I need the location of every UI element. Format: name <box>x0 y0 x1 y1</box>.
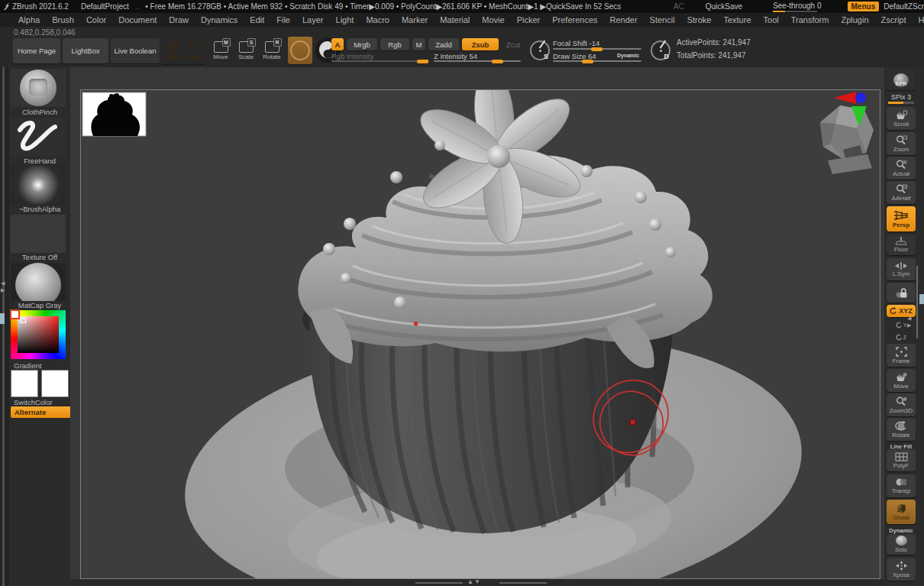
gradient-label[interactable]: Gradient <box>9 361 75 370</box>
spix-slider[interactable] <box>888 102 914 104</box>
draw-button[interactable]: Draw <box>185 37 205 64</box>
lightbox-button[interactable]: LightBox <box>63 38 108 63</box>
ghost-button[interactable]: Ghost <box>887 500 916 524</box>
zoom3d-button[interactable]: Zoom3D <box>887 393 916 416</box>
axis-x-arrow[interactable] <box>834 92 856 104</box>
dynamic-mode-label[interactable]: Dynamic <box>617 53 639 58</box>
zadd-button[interactable]: Zadd <box>428 38 459 50</box>
menu-macro[interactable]: Macro <box>360 15 396 24</box>
menu-material[interactable]: Material <box>434 15 476 24</box>
menu-color[interactable]: Color <box>80 15 112 24</box>
secondary-color-swatch[interactable] <box>41 370 69 397</box>
brush-preview-button[interactable] <box>288 37 312 64</box>
actual-button[interactable]: Actual <box>887 157 916 180</box>
z-intensity-slider[interactable] <box>434 60 521 62</box>
transparency-icon <box>895 478 907 487</box>
menu-render[interactable]: Render <box>604 15 644 24</box>
rgb-intensity-slider[interactable] <box>331 60 429 62</box>
menu-texture[interactable]: Texture <box>717 15 757 24</box>
local-lock-button[interactable] <box>887 283 916 303</box>
frame-button[interactable]: Frame <box>887 344 916 367</box>
rotate-camera-button[interactable]: Rotate <box>887 418 916 441</box>
rotate-z-button[interactable]: Z <box>887 332 916 342</box>
focal-shift-slider[interactable] <box>553 48 641 50</box>
draw-size-slider[interactable] <box>553 60 641 62</box>
home-page-button[interactable]: Home Page <box>13 38 60 63</box>
canvas-area[interactable]: ▲▼ <box>70 67 884 586</box>
right-tray-grab-handle[interactable] <box>919 294 924 304</box>
current-matcap-button[interactable] <box>11 263 66 301</box>
bottom-tray-arrows[interactable]: ▲▼ <box>467 578 481 585</box>
move-camera-button[interactable]: Move <box>887 369 916 392</box>
quicksave-button[interactable]: QuickSave <box>706 2 742 11</box>
dynamic-subdiv-toggle[interactable]: D <box>651 40 670 60</box>
menu-layer[interactable]: Layer <box>296 15 330 24</box>
current-color-swatch[interactable] <box>10 309 20 319</box>
menu-alpha[interactable]: Alpha <box>12 15 46 24</box>
main-color-swatch[interactable] <box>11 370 38 397</box>
menus-button[interactable]: Menus <box>848 2 880 11</box>
edit-button[interactable]: Edit <box>162 37 183 64</box>
menu-stencil[interactable]: Stencil <box>644 15 681 24</box>
current-stroke-button[interactable] <box>11 118 66 156</box>
live-boolean-button[interactable]: Live Boolean <box>111 38 160 63</box>
anchor-a-button[interactable]: A <box>331 38 344 50</box>
menu-transform[interactable]: Transform <box>785 15 835 24</box>
menu-zscript[interactable]: Zscript <box>875 15 913 24</box>
persp-button[interactable]: Persp <box>887 206 916 231</box>
menu-draw[interactable]: Draw <box>163 15 195 24</box>
polyframe-button[interactable]: PolyF <box>887 449 916 471</box>
alternate-button[interactable]: Alternate <box>11 406 73 418</box>
default-zscript-button[interactable]: DefaultZScr <box>884 2 924 11</box>
menu-dynamics[interactable]: Dynamics <box>195 15 244 24</box>
menu-light[interactable]: Light <box>330 15 360 24</box>
menu-help[interactable]: Help <box>913 15 924 24</box>
alpha-name-label: ~BrushAlpha <box>9 205 70 213</box>
zcut-button[interactable]: Zcut <box>502 38 525 50</box>
menu-brush[interactable]: Brush <box>46 15 80 24</box>
m-button[interactable]: M <box>412 38 425 50</box>
current-texture-button[interactable] <box>11 215 66 253</box>
aahalf-button[interactable]: AAHalf <box>887 181 916 204</box>
menu-edit[interactable]: Edit <box>244 15 270 24</box>
xpose-button[interactable]: Xpose <box>887 558 916 581</box>
current-brush-button[interactable] <box>11 69 66 107</box>
bpr-render-button[interactable]: BPR <box>887 69 916 90</box>
menu-marker[interactable]: Marker <box>396 15 434 24</box>
left-tray-divider[interactable]: ◀▶ <box>0 67 9 586</box>
rotate-button[interactable]: R Rotate <box>260 37 284 64</box>
menu-document[interactable]: Document <box>112 15 163 24</box>
mrgb-button[interactable]: Mrgb <box>347 38 377 50</box>
zoom-button[interactable]: Zoom <box>887 132 916 155</box>
menu-zplugin[interactable]: Zplugin <box>835 15 874 24</box>
scroll-button[interactable]: Scroll <box>887 107 916 130</box>
camera-preview-model <box>820 105 874 174</box>
left-tray-arrows[interactable]: ◀▶ <box>1 280 5 293</box>
menu-tool[interactable]: Tool <box>758 15 785 24</box>
menu-movie[interactable]: Movie <box>476 15 510 24</box>
memory-stats: • Free Mem 16.278GB • Active Mem 932 • S… <box>145 2 621 11</box>
menu-stroke[interactable]: Stroke <box>681 15 718 24</box>
zsub-button[interactable]: Zsub <box>462 38 499 50</box>
axis-z-dot[interactable] <box>855 92 866 103</box>
switch-color-label[interactable]: SwitchColor <box>9 398 75 406</box>
see-through-slider[interactable]: See-through 0 <box>773 2 821 12</box>
color-picker[interactable] <box>11 310 66 359</box>
current-alpha-button[interactable] <box>11 166 66 204</box>
rgb-button[interactable]: Rgb <box>380 38 409 50</box>
menu-file[interactable]: File <box>270 15 296 24</box>
transparency-button[interactable]: Transp <box>887 474 916 497</box>
move-button[interactable]: M Move <box>209 37 232 64</box>
document-thumbnail[interactable] <box>82 92 146 136</box>
solo-button[interactable]: Solo <box>887 534 916 555</box>
scale-button[interactable]: S Scale <box>234 37 257 64</box>
right-tray-arrows[interactable]: ◀▶ <box>907 315 911 329</box>
rgb-intensity-slider-label: Rgb Intensity <box>331 52 373 60</box>
menu-preferences[interactable]: Preferences <box>546 15 603 24</box>
left-tray-grab-handle[interactable] <box>0 313 5 324</box>
sculptris-pro-toggle[interactable]: S <box>530 40 550 60</box>
floor-button[interactable]: Floor <box>887 235 916 255</box>
menu-picker[interactable]: Picker <box>511 15 547 24</box>
local-symmetry-button[interactable]: L.Sym <box>887 258 916 280</box>
document-viewport[interactable] <box>80 89 880 579</box>
